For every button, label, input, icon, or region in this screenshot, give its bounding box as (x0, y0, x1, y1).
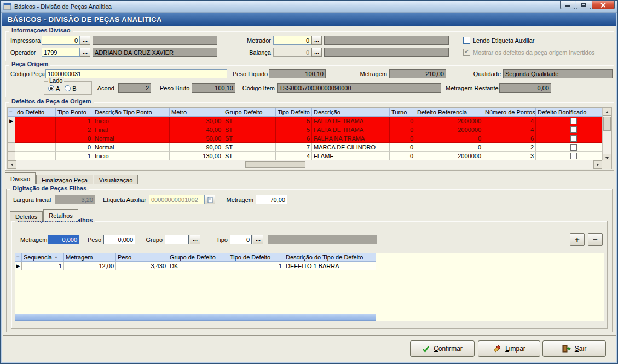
remove-retalho-button[interactable]: − (588, 233, 603, 246)
col-header-descricao-tipo-ponto[interactable]: Descrição Tipo Ponto (93, 108, 170, 117)
limpar-button[interactable]: Limpar (478, 340, 540, 357)
cell[interactable]: 2000000 (415, 125, 483, 134)
metrador-input[interactable]: 0 (273, 36, 311, 45)
scroll-thumb[interactable] (245, 161, 305, 168)
retalho-tipo-input[interactable]: 0 (230, 235, 252, 244)
defeitos-row[interactable]: 0 Normal 90,00 ST 7 MARCA DE CILINDRO 0 … (8, 143, 611, 152)
balanca-lookup-button[interactable]: ... (311, 48, 322, 57)
cell[interactable]: 2000000 (415, 117, 483, 125)
defeitos-grid[interactable]: ≡ do Defeito Tipo Ponto Descrição Tipo P… (7, 107, 612, 169)
cell[interactable]: FALTA DE TRAMA (312, 117, 390, 125)
retalhos-grid[interactable]: ≡ Sequencia▲ Metragem Peso Grupo de Defe… (15, 253, 604, 321)
grupo-lookup-button[interactable]: ... (190, 235, 200, 244)
retalho-peso-input[interactable]: 0,000 (103, 235, 135, 244)
sair-button[interactable]: Sair (542, 340, 606, 357)
cell[interactable] (15, 143, 56, 152)
cell[interactable]: 0 (390, 143, 415, 152)
tab-divisao[interactable]: Divisão (5, 172, 36, 184)
col-header-codigo-defeito[interactable]: do Defeito (15, 108, 56, 117)
cell[interactable]: 0 (390, 125, 415, 134)
tab-defeitos[interactable]: Defeitos (10, 211, 43, 221)
cell[interactable]: 4 (483, 117, 536, 125)
tipo-lookup-button[interactable]: ... (253, 235, 263, 244)
scroll-thumb[interactable] (603, 117, 611, 131)
lendo-etiqueta-checkbox[interactable] (463, 37, 470, 44)
lado-a-label[interactable]: A (56, 85, 60, 92)
cell[interactable]: 4 (483, 125, 536, 134)
col-header-tipo-ponto[interactable]: Tipo Ponto (56, 108, 93, 117)
operador-lookup-button[interactable]: ... (80, 48, 90, 57)
cell[interactable]: FLAME (312, 152, 390, 160)
retalho-grupo-input[interactable] (165, 235, 189, 244)
cell[interactable]: 12,00 (64, 262, 116, 270)
cell[interactable] (15, 125, 56, 134)
cell[interactable]: Inicio (93, 152, 170, 160)
cell[interactable]: Normal (93, 134, 170, 143)
cell[interactable]: 0 (56, 143, 93, 152)
etiqueta-auxiliar-input[interactable]: 00000000001002 (149, 195, 205, 204)
cell[interactable]: ST (223, 152, 276, 160)
cell[interactable]: ST (223, 143, 276, 152)
close-button[interactable] (592, 1, 615, 9)
lado-b-label[interactable]: B (72, 85, 76, 92)
col-header-numero-pontos[interactable]: Número de Pontos (483, 108, 536, 117)
cell[interactable]: FALTA DE TRAMA (312, 125, 390, 134)
lendo-etiqueta-label[interactable]: Lendo Etiqueta Auxiliar (473, 37, 535, 44)
cell[interactable] (15, 134, 56, 143)
cell[interactable]: 4 (276, 152, 312, 160)
cell[interactable]: ST (223, 134, 276, 143)
cell[interactable]: Normal (93, 143, 170, 152)
defeitos-vertical-scrollbar[interactable] (602, 108, 611, 162)
bonificado-checkbox[interactable] (570, 144, 577, 151)
tab-finalizacao-peca[interactable]: Finalização Peça (36, 175, 93, 184)
cell[interactable]: 90,00 (170, 143, 223, 152)
col-header-tipo-defeito[interactable]: Tipo de Defeito (228, 253, 284, 262)
col-header-defeito-referencia[interactable]: Defeito Referencia (415, 108, 483, 117)
col-header-descricao-tipo-defeito[interactable]: Descrição do Tipo de Defeito (284, 253, 376, 262)
defeitos-row[interactable]: 0 Normal 50,00 ST 6 FALHA NA TRAMA 0 0 6 (8, 134, 611, 143)
cell[interactable]: FALHA NA TRAMA (312, 134, 390, 143)
cell[interactable]: 0 (390, 134, 415, 143)
operador-input[interactable]: 1799 (42, 48, 80, 57)
col-header-metro[interactable]: Metro (170, 108, 223, 117)
cell[interactable]: Inicio (93, 117, 170, 125)
cell[interactable]: ST (223, 117, 276, 125)
cell[interactable]: 2 (483, 143, 536, 152)
metragem-filha-input[interactable]: 70,00 (256, 195, 287, 204)
add-retalho-button[interactable]: + (570, 233, 585, 246)
scroll-left-button[interactable] (8, 160, 16, 169)
cell[interactable]: MARCA DE CILINDRO (312, 143, 390, 152)
metrador-lookup-button[interactable]: ... (311, 36, 322, 45)
cell[interactable]: DK (168, 262, 228, 270)
col-header-grupo-defeito[interactable]: Grupo de Defeito (168, 253, 228, 262)
cell[interactable]: 1 (228, 262, 284, 270)
cell[interactable]: 0 (56, 134, 93, 143)
cell[interactable]: 1 (56, 117, 93, 125)
col-header-grupo-defeito[interactable]: Grupo Defeito (223, 108, 276, 117)
cell[interactable] (15, 117, 56, 125)
titlebar[interactable]: Básicos - Divisão de Peças Analítica (1, 1, 617, 13)
defeitos-row[interactable]: ▶ 1 Inicio 30,00 ST 5 FALTA DE TRAMA 0 2… (8, 117, 611, 125)
cell[interactable]: 0 (415, 134, 483, 143)
cell[interactable]: 0 (390, 117, 415, 125)
maximize-button[interactable] (576, 1, 591, 9)
cell[interactable]: 130,00 (170, 152, 223, 160)
col-header-turno[interactable]: Turno (390, 108, 415, 117)
cell[interactable]: 7 (276, 143, 312, 152)
retalho-metragem-input[interactable]: 0,000 (48, 235, 79, 244)
cell[interactable]: 3 (483, 152, 536, 160)
minimize-button[interactable] (560, 1, 575, 9)
retalhos-horizontal-scrollbar[interactable] (15, 314, 376, 321)
bonificado-checkbox[interactable] (570, 118, 577, 124)
col-header-peso[interactable]: Peso (116, 253, 168, 262)
cell[interactable]: 6 (483, 134, 536, 143)
etiqueta-doc-button[interactable] (205, 195, 215, 204)
cell[interactable]: 3,430 (116, 262, 168, 270)
cell[interactable] (15, 152, 56, 160)
defeitos-horizontal-scrollbar[interactable] (8, 160, 602, 169)
defeitos-row[interactable]: 1 Inicio 130,00 ST 4 FLAME 0 2000000 3 (8, 152, 611, 160)
col-header-tipo-defeito[interactable]: Tipo Defeito (276, 108, 312, 117)
cell[interactable]: 1 (22, 262, 64, 270)
cell[interactable]: 50,00 (170, 134, 223, 143)
col-header-metragem[interactable]: Metragem (64, 253, 116, 262)
